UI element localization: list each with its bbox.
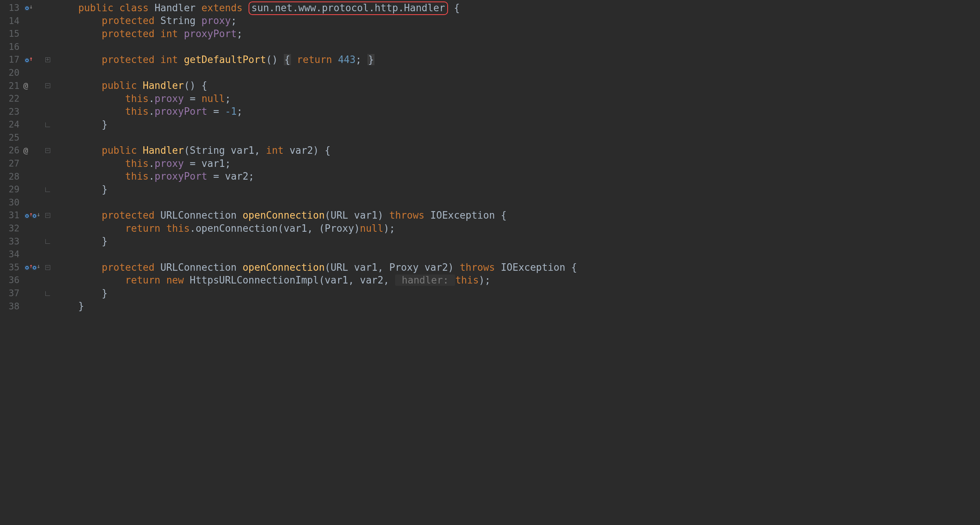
- line-number[interactable]: 26: [0, 145, 22, 156]
- code-line[interactable]: 29 }: [0, 183, 980, 196]
- line-number[interactable]: 31: [0, 210, 22, 221]
- override-down-icon[interactable]: ↓: [31, 212, 38, 219]
- code-line[interactable]: 26@− public Handler(String var1, int var…: [0, 145, 980, 158]
- line-number[interactable]: 27: [0, 158, 22, 170]
- code-text: [178, 28, 184, 40]
- override-down-icon[interactable]: ↓: [31, 264, 38, 271]
- code-content[interactable]: public Handler() {: [51, 80, 207, 92]
- indent: [55, 262, 102, 273]
- line-number[interactable]: 35: [0, 262, 22, 274]
- line-number[interactable]: 30: [0, 197, 22, 208]
- code-content[interactable]: protected URLConnection openConnection(U…: [51, 261, 577, 274]
- code-text: [154, 54, 161, 65]
- line-number[interactable]: 33: [0, 236, 22, 248]
- keyword: null: [360, 223, 383, 234]
- line-number[interactable]: 38: [0, 301, 22, 312]
- override-up-icon[interactable]: ↑: [23, 212, 30, 219]
- fold-collapse-icon[interactable]: −: [45, 148, 50, 153]
- fold-collapse-icon[interactable]: −: [45, 265, 50, 270]
- line-number[interactable]: 28: [0, 171, 22, 183]
- code-line[interactable]: 33 }: [0, 235, 980, 248]
- line-number[interactable]: 24: [0, 119, 22, 130]
- code-text: );: [383, 223, 395, 234]
- line-number[interactable]: 37: [0, 288, 22, 299]
- code-content[interactable]: this.proxy = null;: [51, 92, 231, 105]
- function-name: openConnection: [243, 210, 325, 221]
- code-line[interactable]: 13↓ public class Handler extends sun.net…: [0, 2, 980, 14]
- override-down-icon[interactable]: ↓: [23, 5, 30, 11]
- code-line[interactable]: 31↑↓− protected URLConnection openConnec…: [0, 209, 980, 223]
- line-number[interactable]: 20: [0, 67, 22, 79]
- line-number[interactable]: 17: [0, 54, 22, 65]
- code-line[interactable]: 38 }: [0, 300, 980, 313]
- line-number[interactable]: 14: [0, 15, 22, 27]
- code-content[interactable]: return new HttpsURLConnectionImpl(var1, …: [51, 274, 490, 286]
- line-number[interactable]: 23: [0, 106, 22, 118]
- annotation-icon[interactable]: @: [23, 81, 28, 91]
- folded-brace: }: [368, 54, 375, 65]
- code-text: IOException {: [425, 210, 506, 221]
- highlighted-reference: sun.net.www.protocol.http.Handler: [248, 2, 449, 15]
- code-content[interactable]: protected String proxy;: [51, 14, 237, 27]
- code-text: }: [102, 184, 108, 195]
- line-number[interactable]: 16: [0, 41, 22, 53]
- code-line[interactable]: 36 return new HttpsURLConnectionImpl(var…: [0, 274, 980, 287]
- code-content[interactable]: protected int getDefaultPort() { return …: [51, 54, 374, 66]
- line-number[interactable]: 29: [0, 184, 22, 196]
- code-line[interactable]: 23 this.proxyPort = -1;: [0, 105, 980, 118]
- code-text: ;: [237, 28, 243, 40]
- line-number[interactable]: 22: [0, 93, 22, 105]
- line-number[interactable]: 36: [0, 275, 22, 286]
- indent: [55, 170, 125, 182]
- line-number[interactable]: 15: [0, 28, 22, 40]
- code-line[interactable]: 28 this.proxyPort = var2;: [0, 170, 980, 183]
- line-number[interactable]: 32: [0, 223, 22, 234]
- code-line[interactable]: 22 this.proxy = null;: [0, 92, 980, 105]
- code-content[interactable]: }: [51, 235, 108, 248]
- code-content[interactable]: public Handler(String var1, int var2) {: [51, 145, 331, 157]
- type-name: Handler: [154, 2, 196, 13]
- line-number[interactable]: 34: [0, 249, 22, 260]
- line-number[interactable]: 13: [0, 2, 22, 14]
- fold-collapse-icon[interactable]: −: [45, 83, 50, 88]
- code-line[interactable]: 15 protected int proxyPort;: [0, 27, 980, 40]
- code-line[interactable]: 37 }: [0, 287, 980, 300]
- code-line[interactable]: 27 this.proxy = var1;: [0, 157, 980, 170]
- code-content[interactable]: public class Handler extends sun.net.www…: [51, 2, 460, 14]
- line-number[interactable]: 25: [0, 132, 22, 144]
- annotation-icon[interactable]: @: [23, 145, 28, 156]
- code-editor[interactable]: 13↓ public class Handler extends sun.net…: [0, 0, 980, 313]
- code-line[interactable]: 14 protected String proxy;: [0, 14, 980, 28]
- code-content[interactable]: }: [51, 300, 84, 312]
- code-line[interactable]: 17↑+ protected int getDefaultPort() { re…: [0, 53, 980, 66]
- code-content[interactable]: return this.openConnection(var1, (Proxy)…: [51, 223, 395, 235]
- code-content[interactable]: }: [51, 118, 108, 131]
- code-content[interactable]: this.proxy = var1;: [51, 158, 231, 170]
- code-line[interactable]: 32 return this.openConnection(var1, (Pro…: [0, 222, 980, 235]
- fold-collapse-icon[interactable]: −: [45, 213, 50, 218]
- code-line[interactable]: 24 }: [0, 118, 980, 131]
- code-text: }: [78, 301, 84, 312]
- code-line[interactable]: 25: [0, 131, 980, 145]
- code-content[interactable]: protected URLConnection openConnection(U…: [51, 209, 506, 222]
- line-number[interactable]: 21: [0, 80, 22, 92]
- code-line[interactable]: 21@− public Handler() {: [0, 80, 980, 92]
- code-content[interactable]: this.proxyPort = var2;: [51, 170, 254, 183]
- field-name: proxyPort: [154, 170, 207, 182]
- code-content[interactable]: }: [51, 183, 108, 196]
- indent: [55, 223, 125, 234]
- code-text: }: [102, 119, 108, 130]
- code-content[interactable]: }: [51, 287, 108, 300]
- fold-end-icon: [45, 239, 50, 244]
- override-up-icon[interactable]: ↑: [23, 57, 30, 64]
- code-line[interactable]: 35↑↓− protected URLConnection openConnec…: [0, 261, 980, 274]
- override-up-icon[interactable]: ↑: [23, 264, 30, 271]
- parameter-hint: handler:: [395, 275, 455, 286]
- code-line[interactable]: 16: [0, 40, 980, 54]
- code-line[interactable]: 20: [0, 66, 980, 80]
- code-content[interactable]: protected int proxyPort;: [51, 28, 243, 40]
- code-content[interactable]: this.proxyPort = -1;: [51, 105, 243, 118]
- code-line[interactable]: 34: [0, 248, 980, 261]
- code-line[interactable]: 30: [0, 196, 980, 209]
- fold-expand-icon[interactable]: +: [45, 57, 50, 62]
